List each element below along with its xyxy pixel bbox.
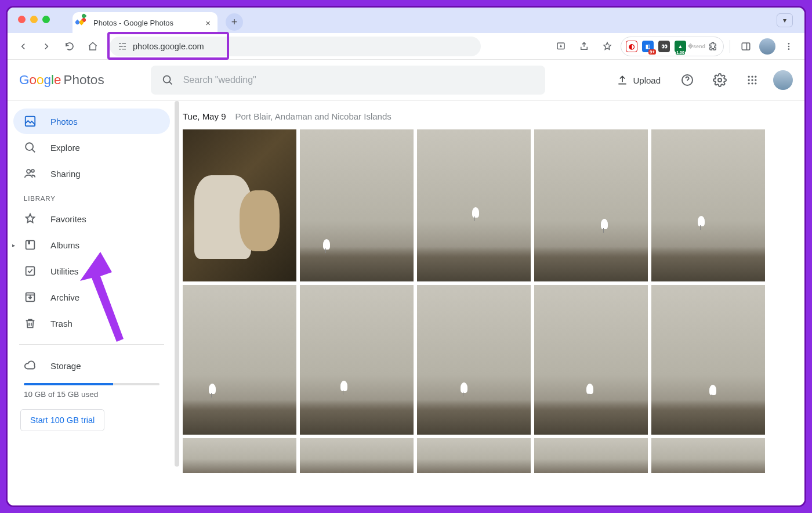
app-header: Google Photos Search "wedding" Upload (8, 60, 804, 100)
svg-rect-4 (119, 49, 121, 49)
extensions-group: ◐ ◧9+ 👀 1.00▲ �send (621, 37, 724, 56)
svg-rect-1 (122, 43, 126, 44)
photo-thumbnail[interactable] (651, 438, 765, 473)
extensions-menu-icon[interactable] (707, 41, 719, 52)
photo-thumbnail[interactable] (300, 285, 414, 435)
storage-used-text: 10 GB of 15 GB used (13, 390, 170, 399)
photo-thumbnail[interactable] (417, 129, 531, 281)
photo-grid (183, 129, 798, 473)
sidebar-item-utilities[interactable]: Utilities (13, 258, 170, 284)
extension-icon-5[interactable]: �send (691, 41, 702, 52)
upload-icon (617, 74, 628, 86)
account-avatar[interactable] (773, 70, 793, 90)
google-photos-logo[interactable]: Google Photos (19, 73, 104, 88)
svg-rect-5 (122, 49, 126, 49)
svg-point-24 (755, 82, 756, 84)
svg-point-22 (748, 82, 750, 84)
photo-thumbnail[interactable] (183, 285, 296, 435)
svg-line-27 (32, 149, 35, 152)
sidebar-item-storage[interactable]: Storage (13, 353, 170, 378)
start-trial-button[interactable]: Start 100 GB trial (20, 409, 104, 431)
google-photos-favicon (79, 18, 89, 27)
google-wordmark: Google (19, 73, 61, 88)
bookmark-star-icon[interactable] (597, 37, 617, 56)
search-placeholder: Search "wedding" (183, 75, 256, 85)
svg-point-23 (751, 82, 753, 84)
reload-button[interactable] (60, 37, 79, 56)
sidebar-item-sharing[interactable]: Sharing (13, 161, 170, 186)
window-controls (18, 16, 50, 23)
sidebar-item-favorites[interactable]: Favorites (13, 206, 170, 232)
location-label: Port Blair, Andaman and Nicobar Islands (235, 111, 391, 121)
svg-point-12 (163, 76, 170, 83)
tab-title: Photos - Google Photos (93, 19, 173, 27)
sidebar-item-photos[interactable]: Photos (13, 109, 170, 134)
new-tab-button[interactable]: + (226, 13, 243, 31)
browser-tabbar: Photos - Google Photos × + ▾ (8, 8, 804, 33)
expand-icon[interactable]: ▸ (12, 242, 15, 248)
extension-icon-3[interactable]: 👀 (658, 41, 670, 52)
photo-thumbnail[interactable] (417, 438, 531, 473)
install-app-icon[interactable] (551, 37, 571, 56)
address-bar[interactable]: photos.google.com (110, 37, 481, 56)
photo-thumbnail[interactable] (300, 129, 414, 281)
minimize-window[interactable] (30, 16, 38, 23)
maximize-window[interactable] (42, 16, 50, 23)
google-apps-button[interactable] (741, 68, 764, 92)
svg-rect-3 (124, 46, 126, 46)
photo-thumbnail[interactable] (651, 285, 765, 435)
svg-point-11 (788, 48, 790, 50)
sidebar-item-albums[interactable]: ▸ Albums (13, 232, 170, 258)
forward-button[interactable] (37, 37, 56, 56)
back-button[interactable] (13, 37, 33, 56)
tabs-dropdown[interactable]: ▾ (777, 13, 793, 27)
sidebar-item-archive[interactable]: Archive (13, 284, 170, 310)
sharing-icon (24, 167, 37, 180)
extension-bitwarden-icon[interactable]: ◧9+ (642, 41, 654, 52)
photo-thumbnail[interactable] (300, 438, 414, 473)
svg-point-10 (788, 45, 790, 47)
explore-icon (24, 141, 37, 154)
upload-button[interactable]: Upload (611, 71, 666, 89)
url-text: photos.google.com (133, 42, 204, 51)
side-panel-icon[interactable] (736, 37, 756, 56)
storage-progress-bar (24, 383, 160, 385)
photo-thumbnail[interactable] (534, 129, 648, 281)
sidebar-item-explore[interactable]: Explore (13, 135, 170, 160)
browser-window: Photos - Google Photos × + ▾ photos.goog… (6, 6, 806, 507)
utilities-icon (24, 265, 37, 277)
photo-thumbnail[interactable] (183, 438, 296, 473)
star-icon (24, 212, 37, 225)
google-photos-app: Google Photos Search "wedding" Upload (8, 60, 804, 505)
library-section-header: LIBRARY (13, 187, 170, 205)
search-input[interactable]: Search "wedding" (151, 66, 545, 95)
albums-icon (24, 239, 37, 251)
extension-ublock-icon[interactable]: ◐ (626, 41, 637, 52)
settings-button[interactable] (708, 68, 731, 92)
home-button[interactable] (83, 37, 103, 56)
close-window[interactable] (18, 16, 26, 23)
svg-point-15 (718, 78, 722, 82)
photo-thumbnail[interactable] (534, 285, 648, 435)
photo-thumbnail[interactable] (651, 129, 765, 281)
sidebar-divider (19, 344, 164, 345)
site-settings-icon[interactable] (118, 42, 127, 51)
chrome-profile-avatar[interactable] (759, 38, 775, 55)
chrome-menu-icon[interactable] (779, 37, 799, 56)
browser-tab[interactable]: Photos - Google Photos × (72, 12, 217, 33)
sidebar-item-trash[interactable]: Trash (13, 310, 170, 336)
svg-rect-2 (119, 46, 123, 46)
svg-point-18 (755, 76, 756, 78)
share-icon[interactable] (574, 37, 594, 56)
sidebar-scrollbar[interactable] (175, 101, 179, 467)
svg-point-21 (755, 79, 756, 81)
svg-rect-32 (26, 267, 35, 276)
photo-thumbnail[interactable] (534, 438, 648, 473)
svg-line-13 (169, 82, 172, 84)
help-button[interactable] (676, 68, 699, 92)
svg-point-29 (31, 169, 34, 172)
extension-icon-4[interactable]: 1.00▲ (675, 41, 686, 52)
photo-thumbnail[interactable] (417, 285, 531, 435)
photo-thumbnail[interactable] (183, 129, 296, 281)
close-tab-icon[interactable]: × (205, 18, 211, 28)
